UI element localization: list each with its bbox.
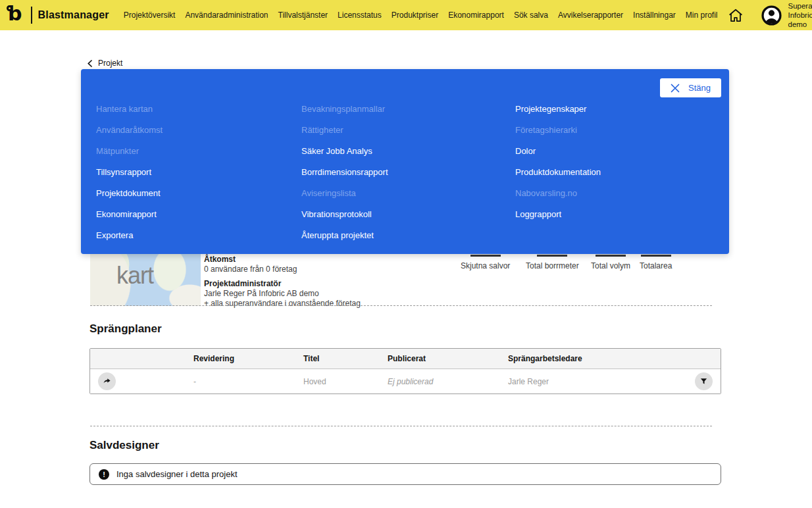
project-stats: Skjutna salvor Total borrmeter Total vol…: [0, 255, 812, 272]
salvdesigner-title: Salvdesigner: [89, 439, 159, 452]
home-icon[interactable]: [727, 7, 744, 24]
col-publicerat: Publicerat: [388, 354, 508, 363]
col-revidering: Revidering: [193, 354, 303, 363]
menu-item-produktdokumentation[interactable]: Produktdokumentation: [515, 168, 601, 176]
table-header-row: Revidering Titel Publicerat Sprängarbets…: [90, 349, 721, 369]
admin-title: Projektadministratör: [204, 279, 361, 289]
nav-sok-salva[interactable]: Sök salva: [514, 11, 548, 20]
close-label: Stäng: [688, 83, 711, 93]
open-blast-plan-button[interactable]: [98, 372, 116, 390]
close-panel-button[interactable]: Stäng: [660, 78, 721, 97]
share-arrow-icon: [102, 376, 112, 386]
nav-avvikelserapporter[interactable]: Avvikelserapporter: [558, 11, 623, 20]
nav-tillvalstjanster[interactable]: Tillvalstjänster: [278, 11, 328, 20]
menu-item-ateruppta-projektet[interactable]: Återuppta projektet: [301, 231, 388, 240]
nav-min-profil[interactable]: Min profil: [686, 11, 718, 20]
menu-item-exportera[interactable]: Exportera: [96, 231, 163, 240]
menu-item-vibrationsprotokoll[interactable]: Vibrationsprotokoll: [301, 210, 388, 218]
nav-anvandaradministration[interactable]: Användaradministration: [185, 11, 268, 20]
menu-item-rattigheter[interactable]: Rättigheter: [301, 126, 388, 134]
salvdesigner-empty-notice: Inga salvdesigner i detta projekt: [89, 463, 721, 485]
stat-totalarea: Totalarea: [640, 255, 672, 270]
topbar-right: Superanvändare Infobric AB demo: [718, 1, 812, 29]
stat-total-borrmeter: Total borrmeter: [526, 255, 579, 270]
menu-item-loggrapport[interactable]: Loggrapport: [515, 210, 601, 218]
exclamation-icon: [99, 469, 109, 480]
blastmanager-logo-icon: b: [7, 5, 26, 26]
col-sprangarbetsledare: Sprängarbetsledare: [508, 354, 721, 363]
nav-projektoversikt[interactable]: Projektöversikt: [124, 11, 176, 20]
menu-item-anvandaratkomst[interactable]: Användaråtkomst: [96, 126, 163, 134]
table-row[interactable]: - Hoved Ej publicerad Jarle Reger: [90, 369, 721, 394]
section-divider: [90, 426, 712, 426]
brand-name: Blastmanager: [38, 9, 109, 21]
filter-funnel-icon: [699, 377, 708, 386]
menu-item-matpunkter[interactable]: Mätpunkter: [96, 147, 163, 155]
nav-produktpriser[interactable]: Produktpriser: [392, 11, 438, 20]
menu-item-dolor[interactable]: Dolor: [515, 147, 601, 155]
sprangplaner-title: Sprängplaner: [89, 322, 162, 336]
menu-item-tillsynsrapport[interactable]: Tillsynsrapport: [96, 168, 163, 176]
menu-item-borrdimensionsrapport[interactable]: Borrdimensionsrapport: [301, 168, 388, 176]
breadcrumb[interactable]: Projekt: [88, 59, 122, 68]
col-titel: Titel: [303, 354, 388, 363]
cell-titel: Hoved: [303, 377, 388, 386]
menu-item-saker-jobb-analys[interactable]: Säker Jobb Analys: [301, 147, 388, 155]
project-menu-panel: Stäng Hantera kartan Användaråtkomst Mät…: [81, 69, 729, 254]
admin-name: Jarle Reger På Infobric AB demo: [204, 289, 361, 299]
top-navigation-bar: b Blastmanager Projektöversikt Användara…: [0, 0, 812, 30]
empty-message: Inga salvdesigner i detta projekt: [116, 469, 238, 479]
section-divider: [90, 305, 712, 306]
nav-ekonomirapport[interactable]: Ekonomirapport: [448, 11, 504, 20]
menu-item-nabovarsling[interactable]: Nabovarsling.no: [515, 189, 601, 197]
sprangplaner-table: Revidering Titel Publicerat Sprängarbets…: [89, 348, 721, 394]
admin-extra: + alla superanvändare i ovanstående före…: [204, 299, 361, 309]
brand-divider: [31, 7, 32, 24]
close-icon: [671, 84, 680, 93]
menu-item-projektdokument[interactable]: Projektdokument: [96, 189, 163, 197]
menu-column-3: Projektegenskaper Företagshierarki Dolor…: [515, 105, 601, 231]
stat-value-bar: [641, 255, 671, 257]
stat-value-bar: [596, 255, 626, 257]
breadcrumb-label: Projekt: [98, 59, 122, 68]
menu-item-aviseringslista[interactable]: Aviseringslista: [301, 189, 388, 197]
chevron-left-icon: [88, 60, 92, 67]
nav-installningar[interactable]: Inställningar: [633, 11, 676, 20]
menu-column-1: Hantera kartan Användaråtkomst Mätpunkte…: [96, 105, 163, 252]
menu-item-ekonomirapport[interactable]: Ekonomirapport: [96, 210, 163, 218]
stat-value-bar: [537, 255, 567, 257]
cell-publicerat: Ej publicerad: [388, 377, 508, 386]
profile-company: Infobric AB demo: [788, 11, 812, 29]
brand-logo[interactable]: b Blastmanager: [7, 5, 109, 26]
profile-role: Superanvändare: [788, 1, 812, 11]
stat-value-bar: [470, 255, 501, 257]
nav-licensstatus[interactable]: Licensstatus: [338, 11, 382, 20]
profile-menu[interactable]: Superanvändare Infobric AB demo: [788, 1, 812, 29]
menu-column-2: Bevakningsplanmallar Rättigheter Säker J…: [301, 105, 388, 252]
filter-button[interactable]: [695, 372, 713, 390]
menu-item-foretagshierarki[interactable]: Företagshierarki: [515, 126, 601, 134]
stat-skjutna-salvor: Skjutna salvor: [461, 255, 510, 270]
menu-item-projektegenskaper[interactable]: Projektegenskaper: [515, 105, 601, 113]
main-nav: Projektöversikt Användaradministration T…: [124, 11, 718, 20]
page: { "topbar": { "brand": "Blastmanager", "…: [0, 0, 812, 508]
cell-revidering: -: [193, 377, 303, 386]
stat-total-volym: Total volym: [591, 255, 630, 270]
user-avatar-icon[interactable]: [761, 5, 782, 26]
menu-item-bevakningsplanmallar[interactable]: Bevakningsplanmallar: [301, 105, 388, 113]
menu-item-hantera-kartan[interactable]: Hantera kartan: [96, 105, 163, 113]
